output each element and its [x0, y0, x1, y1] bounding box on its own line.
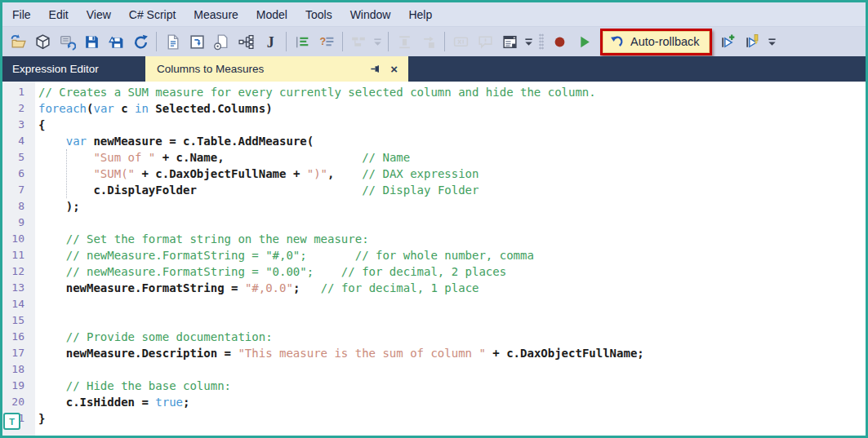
auto-rollback-highlight: Auto-rollback [600, 29, 712, 55]
line-number: 9 [2, 215, 35, 231]
menu-item-measure[interactable]: Measure [185, 4, 247, 25]
code-line: } [38, 410, 866, 427]
toolbar-separator [342, 32, 343, 51]
import-page-icon[interactable] [209, 30, 234, 53]
code-line: newMeasure.FormatString = "#,0.0"; // fo… [38, 280, 866, 296]
toolbar-separator [388, 32, 389, 51]
line-number: 15 [2, 312, 35, 329]
script-icon[interactable] [258, 30, 283, 53]
line-number: 17 [2, 345, 35, 361]
code-line: var newMeasure = c.Table.AddMeasure( [38, 133, 866, 149]
pin-icon[interactable] [369, 63, 381, 75]
line-number: 7 [2, 182, 35, 198]
toolbar-overflow-2-icon[interactable] [765, 30, 779, 53]
code-line [38, 361, 866, 378]
menu-item-model[interactable]: Model [247, 4, 296, 25]
code-line: { [38, 117, 866, 133]
code-line: // Hide the base column: [38, 378, 866, 394]
warning-bubble-icon[interactable] [473, 30, 497, 53]
comment-lines-icon[interactable] [314, 30, 339, 53]
toolbar: Auto-rollback [2, 27, 866, 56]
line-number: 8 [2, 198, 35, 215]
app-window: FileEditViewC# ScriptMeasureModelToolsWi… [0, 0, 868, 438]
menu-item-help[interactable]: Help [399, 4, 441, 25]
deploy-refresh-icon[interactable] [55, 30, 79, 53]
tab-bar: Expression Editor Columns to Measures × [2, 56, 866, 82]
code-line: // newMeasure.FormatString = "0.00"; // … [38, 263, 866, 280]
tab-expression-editor[interactable]: Expression Editor [2, 56, 145, 82]
menu-bar: FileEditViewC# ScriptMeasureModelToolsWi… [2, 2, 866, 27]
new-document-icon[interactable] [160, 30, 185, 53]
format-code-icon[interactable] [290, 30, 314, 53]
close-icon[interactable]: × [389, 63, 399, 75]
active-tab-label: Columns to Measures [157, 63, 264, 75]
run-script-icon[interactable] [572, 30, 596, 53]
toolbar-separator [156, 32, 157, 51]
code-line: // newMeasure.FormatString = "#,0"; // f… [38, 247, 866, 263]
undo-icon [610, 34, 625, 49]
line-number: 11 [2, 247, 35, 263]
save-as-icon[interactable] [104, 30, 128, 53]
line-number: 4 [2, 133, 35, 149]
auto-rollback-label: Auto-rollback [630, 35, 700, 48]
paste-tool-icon[interactable] [416, 30, 441, 53]
line-number: 5 [2, 149, 35, 166]
menu-item-window[interactable]: Window [341, 4, 400, 25]
line-number: 14 [2, 296, 35, 312]
save-icon[interactable] [79, 30, 104, 53]
run-and-edit-icon[interactable] [741, 30, 765, 53]
code-line: newMeasure.Description = "This measure i… [38, 345, 866, 361]
object-options-dropdown-icon[interactable] [371, 30, 385, 53]
line-number: 12 [2, 263, 35, 280]
record-macro-icon[interactable] [547, 30, 572, 53]
line-number: 6 [2, 166, 35, 182]
open-file-icon[interactable] [6, 30, 30, 53]
menu-item-file[interactable]: File [3, 4, 40, 25]
code-line [38, 312, 866, 329]
menu-item-view[interactable]: View [78, 4, 120, 25]
toolbar-separator [444, 32, 445, 51]
indent-guide [66, 149, 67, 198]
menu-item-tools[interactable]: Tools [296, 4, 341, 25]
line-number: 1 [2, 84, 35, 100]
line-number: 13 [2, 280, 35, 296]
tab-columns-to-measures[interactable]: Columns to Measures × [145, 56, 408, 82]
object-options-icon[interactable] [346, 30, 371, 53]
toolbar-grip [539, 33, 544, 50]
toolbar-overflow-icon[interactable] [522, 30, 536, 53]
code-line: // Creates a SUM measure for every curre… [38, 84, 866, 100]
code-line: c.DisplayFolder // Display Folder [38, 182, 866, 198]
line-number: 20 [2, 394, 35, 410]
line-number: 2 [2, 100, 35, 117]
expression-editor-label: Expression Editor [12, 63, 99, 75]
code-line: ); [38, 198, 866, 215]
expression-check-icon[interactable] [448, 30, 473, 53]
column-tool-icon[interactable] [392, 30, 416, 53]
form-view-icon[interactable] [497, 30, 522, 53]
code-line: c.IsHidden = true; [38, 394, 866, 410]
preview-window-icon[interactable] [185, 30, 209, 53]
refresh-model-icon[interactable] [128, 30, 153, 53]
menu-item-c-script[interactable]: C# Script [120, 4, 185, 25]
code-line: "Sum of " + c.Name, // Name [38, 149, 866, 166]
code-editor[interactable]: 123456789101112131415161718192021 // Cre… [2, 82, 866, 436]
line-number-gutter: 123456789101112131415161718192021 [2, 82, 35, 436]
run-and-add-icon[interactable] [716, 30, 741, 53]
code-line [38, 215, 866, 231]
code-area[interactable]: // Creates a SUM measure for every curre… [35, 82, 866, 436]
line-number: 16 [2, 329, 35, 345]
code-line [38, 296, 866, 312]
line-number: 19 [2, 378, 35, 394]
tabular-editor-badge: T [3, 413, 20, 430]
toolbar-separator [286, 32, 287, 51]
menu-item-edit[interactable]: Edit [40, 4, 78, 25]
auto-rollback-button[interactable]: Auto-rollback [603, 31, 710, 53]
code-line: // Provide some documentation: [38, 329, 866, 345]
code-line: "SUM(" + c.DaxObjectFullName + ")", // D… [38, 166, 866, 182]
model-cube-icon[interactable] [30, 30, 55, 53]
model-tree-icon[interactable] [234, 30, 258, 53]
code-line: foreach(var c in Selected.Columns) [38, 100, 866, 117]
line-number: 3 [2, 117, 35, 133]
line-number: 18 [2, 361, 35, 378]
code-line: // Set the format string on the new meas… [38, 231, 866, 247]
